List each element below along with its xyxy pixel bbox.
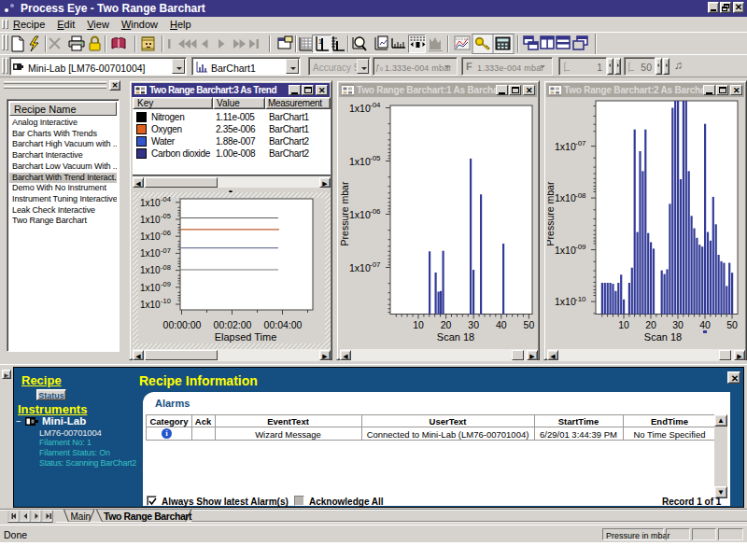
svg-text:1x10: 1x10	[555, 296, 576, 307]
svg-text:-05: -05	[370, 154, 381, 162]
svg-text:1x10: 1x10	[349, 103, 371, 114]
svg-text:1x10: 1x10	[349, 209, 371, 220]
svg-text:00:02:00: 00:02:00	[214, 319, 252, 330]
svg-text:30: 30	[468, 319, 479, 330]
svg-text:20: 20	[441, 319, 452, 330]
svg-text:10: 10	[618, 319, 629, 330]
svg-text:Pressure mbar: Pressure mbar	[547, 181, 556, 245]
svg-text:1x10: 1x10	[140, 198, 161, 208]
svg-text:30: 30	[672, 319, 684, 330]
svg-text:1x10: 1x10	[555, 141, 576, 152]
svg-text:Main: Main	[71, 511, 92, 522]
svg-text:00:04:00: 00:04:00	[264, 319, 303, 330]
svg-text:1x10: 1x10	[140, 231, 161, 242]
svg-text:-04: -04	[370, 101, 381, 109]
svg-text:1x10: 1x10	[140, 215, 161, 225]
svg-text:40: 40	[496, 319, 507, 330]
svg-text:-08: -08	[575, 191, 586, 200]
svg-text:-04: -04	[161, 195, 171, 203]
svg-text:-06: -06	[161, 229, 171, 237]
svg-text:1x10: 1x10	[349, 156, 371, 167]
svg-text:-07: -07	[161, 246, 171, 255]
svg-text:-09: -09	[161, 280, 171, 288]
svg-text:-09: -09	[575, 243, 586, 251]
svg-text:Scan 18: Scan 18	[437, 331, 474, 343]
svg-text:1x10: 1x10	[140, 283, 161, 293]
svg-text:1x10: 1x10	[555, 245, 576, 256]
svg-text:50: 50	[726, 319, 738, 330]
svg-text:Elapsed Time: Elapsed Time	[215, 331, 277, 343]
svg-text:-08: -08	[161, 263, 171, 272]
svg-text:-10: -10	[161, 297, 171, 305]
svg-text:-06: -06	[370, 207, 381, 216]
svg-text:10: 10	[413, 319, 424, 330]
svg-text:-05: -05	[161, 212, 171, 220]
svg-text:1x10: 1x10	[140, 265, 161, 275]
svg-text:-07: -07	[575, 139, 586, 147]
svg-text:20: 20	[645, 319, 656, 330]
svg-text:40: 40	[699, 319, 711, 330]
svg-text:-07: -07	[370, 260, 381, 269]
svg-text:00:00:00: 00:00:00	[163, 319, 202, 330]
svg-text:1: 1	[318, 38, 322, 45]
svg-text:Pressure mbar: Pressure mbar	[340, 181, 350, 245]
svg-text:-10: -10	[575, 295, 586, 303]
svg-text:Scan 18: Scan 18	[644, 331, 682, 343]
svg-text:50: 50	[524, 319, 535, 330]
svg-text:1x10: 1x10	[349, 262, 371, 273]
svg-text:Two Range Barchart: Two Range Barchart	[104, 511, 192, 522]
svg-text:1x10: 1x10	[555, 192, 576, 203]
svg-text:1x10: 1x10	[140, 248, 161, 259]
svg-text:1x10: 1x10	[140, 300, 161, 310]
